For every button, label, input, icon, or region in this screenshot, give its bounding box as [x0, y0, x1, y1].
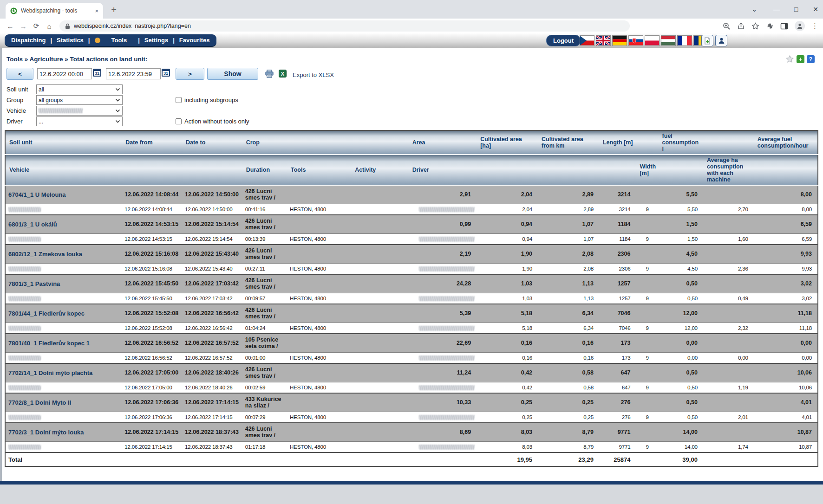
date-to-input[interactable] [106, 68, 161, 79]
col-cultivated-km[interactable]: Cultivated area from km [538, 130, 599, 155]
menu-dispatching[interactable]: Dispatching [11, 37, 46, 44]
col-driver[interactable]: Driver [409, 155, 477, 185]
landunit-summary-row: 7801/44_1 Fiedlerův kopec12.06.2022 15:5… [5, 304, 818, 323]
flag-british-icon[interactable] [596, 35, 611, 46]
col-crop[interactable]: Crop [242, 130, 409, 155]
next-period-button[interactable]: > [176, 68, 204, 80]
close-tab-icon[interactable]: × [95, 7, 98, 14]
flag-french-icon[interactable] [677, 35, 692, 46]
add-favourite-button[interactable]: + [797, 55, 804, 63]
cell-cultivated-ha: 1,90 [477, 245, 538, 263]
excel-icon[interactable]: X [279, 70, 287, 78]
menu-tools[interactable]: Tools [111, 37, 127, 44]
share-icon[interactable] [737, 22, 745, 30]
col-length[interactable]: Length [m] [599, 130, 659, 155]
landunit-link[interactable]: 6801/3_1 U okálů [8, 221, 57, 228]
cell-date-from: 12.06.2022 15:16:08 [122, 263, 182, 274]
col-cultivated-ha[interactable]: Cultivated area [ha] [477, 130, 538, 155]
action-without-tools-checkbox[interactable] [176, 118, 182, 124]
breadcrumb-tools[interactable]: Tools [7, 56, 23, 63]
maximize-window-icon[interactable]: □ [792, 6, 800, 13]
cell-date-to: 12.06.2022 16:56:42 [182, 304, 242, 323]
close-window-icon[interactable]: ✕ [812, 6, 819, 13]
col-width[interactable]: Width [m] [636, 155, 658, 185]
cell-activity-empty [351, 215, 409, 233]
browser-tab[interactable]: Webdispatching - tools × [6, 3, 103, 19]
landunit-link[interactable]: 7702/3_1 Dolní mýto louka [8, 429, 84, 436]
profile-avatar[interactable] [795, 21, 805, 31]
landunit-link[interactable]: 7702/8_1 Dolni Myto II [8, 399, 71, 406]
soil-unit-select[interactable]: all [36, 84, 123, 94]
reload-icon[interactable]: ⟳ [30, 22, 43, 30]
home-icon[interactable]: ⌂ [43, 22, 56, 30]
cell-date-to: 12.06.2022 17:03:42 [182, 293, 242, 304]
back-icon[interactable]: ← [4, 22, 17, 30]
cell-fuel: 1,50 [659, 215, 703, 233]
including-subgroups-checkbox[interactable] [176, 97, 182, 103]
flag-hungarian-icon[interactable] [661, 35, 676, 46]
favourite-star-icon[interactable] [785, 55, 794, 64]
export-xlsx-link[interactable]: Export to XLSX [293, 71, 334, 78]
url-field[interactable]: webdispecink.cz/index_nastroje.php?lang=… [59, 20, 630, 32]
cell-avg-fuel-hour: 9,93 [754, 263, 818, 274]
flag-polish-icon[interactable] [645, 35, 660, 46]
menu-settings[interactable]: Settings [144, 37, 168, 44]
prev-period-button[interactable]: < [7, 68, 33, 80]
landunit-link[interactable]: 7801/3_1 Pastvina [8, 280, 60, 287]
extensions-puzzle-icon[interactable] [766, 22, 774, 30]
calendar-from-icon[interactable]: 31 [93, 69, 101, 77]
logout-button[interactable]: Logout [546, 35, 581, 46]
show-button[interactable]: Show [207, 68, 258, 80]
group-select[interactable]: all groups [36, 95, 123, 105]
landunit-summary-row: 7702/8_1 Dolni Myto II12.06.2022 17:06:3… [5, 393, 818, 412]
landunit-link[interactable]: 7801/40_1 Fiedlerův kopec 1 [8, 340, 90, 347]
col-activity[interactable]: Activity [351, 155, 409, 185]
export-page-button[interactable] [701, 35, 713, 46]
breadcrumb-agriculture[interactable]: Agriculture [30, 56, 63, 63]
tab-search-chevron-icon[interactable]: ⌄ [751, 6, 758, 13]
redacted-vehicle-name [8, 445, 41, 450]
col-area[interactable]: Area [409, 130, 477, 155]
flag-german-icon[interactable] [612, 35, 627, 46]
page-left-edge [0, 48, 2, 481]
cell-width: 9 [636, 441, 658, 452]
cell-driver [409, 263, 477, 274]
col-duration[interactable]: Duration [242, 155, 287, 185]
col-fuel[interactable]: fuel consumption l [659, 130, 703, 155]
landunit-link[interactable]: 6704/1_1 U Melouna [8, 191, 66, 198]
minimize-window-icon[interactable]: — [773, 6, 780, 13]
cell-date-from: 12.06.2022 17:06:36 [122, 412, 182, 423]
date-from-input[interactable] [37, 68, 92, 79]
browser-menu-icon[interactable]: ⋮ [811, 22, 818, 30]
cell-vehicle [5, 412, 122, 423]
flag-czech-icon[interactable] [580, 35, 594, 46]
col-date-from[interactable]: Date from [122, 130, 182, 155]
flag-slovak-icon[interactable] [628, 35, 643, 46]
forward-icon[interactable]: → [17, 22, 30, 30]
col-tools[interactable]: Tools [287, 155, 351, 185]
cell-activity [351, 323, 409, 334]
zoom-icon[interactable] [723, 22, 731, 30]
cell-fuel: 1,50 [659, 233, 703, 245]
col-avg-fuel-hour[interactable]: Average fuel consumption/hour [754, 130, 818, 155]
menu-statistics[interactable]: Statistics [57, 37, 84, 44]
col-avg-ha-machine[interactable]: Average ha consumption with each machine [703, 155, 754, 185]
menu-favourites[interactable]: Favourites [179, 37, 210, 44]
landunit-link[interactable]: 7702/14_1 Dolní mýto plachta [8, 369, 92, 376]
col-vehicle[interactable]: Vehicle [5, 155, 122, 185]
col-soil-unit[interactable]: Soil unit [5, 130, 122, 155]
col-date-to[interactable]: Date to [182, 130, 242, 155]
landunit-link[interactable]: 6802/12_1 Zmekova louka [8, 251, 82, 258]
calendar-to-icon[interactable]: 31 [162, 69, 170, 77]
vehicle-select[interactable] [36, 106, 123, 116]
bookmark-star-icon[interactable] [751, 22, 759, 30]
print-icon[interactable] [265, 70, 274, 80]
driver-select[interactable]: ... [36, 116, 123, 126]
side-panel-icon[interactable] [780, 22, 788, 30]
cell-cultivated-ha: 8,03 [477, 423, 538, 441]
new-tab-button[interactable]: + [108, 4, 120, 16]
landunit-link[interactable]: 7801/44_1 Fiedlerův kopec [8, 310, 85, 317]
vehicle-detail-row: 12.06.2022 14:53:1512.06.2022 15:14:5400… [5, 233, 818, 245]
help-button[interactable]: ? [807, 55, 815, 63]
user-account-button[interactable] [715, 35, 727, 46]
